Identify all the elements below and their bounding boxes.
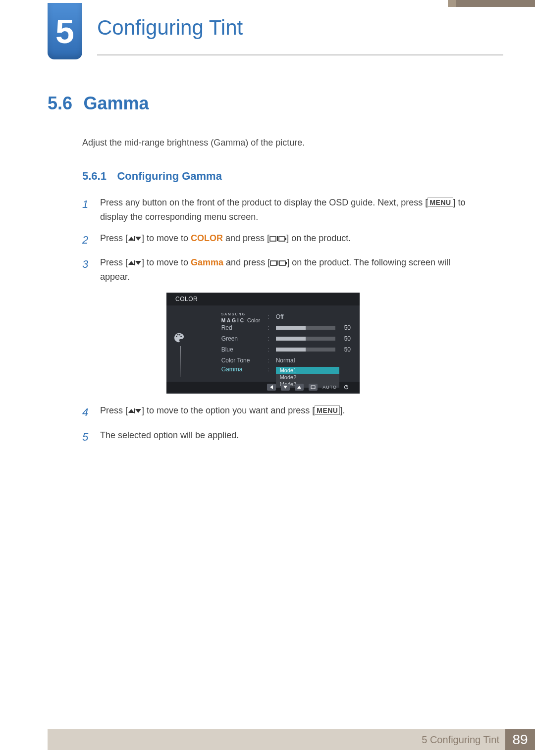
text: Press any button on the front of the pro… bbox=[100, 198, 428, 207]
nav-left-icon bbox=[267, 384, 276, 391]
step-list: 1 Press any button on the front of the p… bbox=[82, 196, 479, 284]
chapter-title: Configuring Tint bbox=[97, 16, 503, 55]
osd-label: Blue bbox=[221, 346, 264, 353]
osd-label-selected: Gamma bbox=[221, 366, 264, 373]
osd-row-blue: Blue: 50 bbox=[221, 344, 351, 355]
svg-marker-0 bbox=[128, 237, 134, 241]
osd-label: Color Tone bbox=[221, 357, 264, 364]
chapter-number-badge: 5 bbox=[48, 3, 82, 59]
nav-enter-icon bbox=[309, 384, 318, 391]
osd-value: Off bbox=[276, 313, 284, 320]
step-5: 5 The selected option will be applied. bbox=[82, 428, 479, 446]
subsection-number: 5.6.1 bbox=[82, 170, 115, 183]
osd-label: Red bbox=[221, 324, 264, 331]
subsection-title: Configuring Gamma bbox=[117, 170, 221, 182]
text: Press [ bbox=[100, 233, 128, 243]
osd-row-gamma: Gamma: Mode1 Mode2 Mode3 bbox=[221, 366, 351, 377]
osd-value: Normal bbox=[276, 357, 295, 364]
svg-rect-11 bbox=[277, 260, 278, 265]
up-down-icon bbox=[128, 405, 142, 415]
svg-marker-15 bbox=[283, 386, 287, 389]
section-intro: Adjust the mid-range brightness (Gamma) … bbox=[82, 138, 479, 148]
step-text: Press [] to move to Gamma and press [] o… bbox=[100, 255, 479, 284]
slider-value: 50 bbox=[344, 324, 351, 331]
osd-screenshot: COLOR SAMSUNG MAGICColor : Off Red: bbox=[166, 293, 360, 394]
svg-rect-19 bbox=[346, 385, 346, 387]
svg-rect-8 bbox=[134, 260, 135, 265]
menu-button-label: MENU bbox=[428, 198, 453, 207]
text: and press [ bbox=[223, 257, 270, 267]
svg-rect-21 bbox=[134, 408, 135, 413]
slider-bar bbox=[276, 326, 335, 330]
step-number: 3 bbox=[82, 255, 91, 284]
svg-marker-14 bbox=[270, 385, 273, 389]
gamma-option-selected: Mode1 bbox=[276, 367, 339, 374]
section-title: Gamma bbox=[83, 93, 149, 113]
page-number-badge: 89 bbox=[505, 729, 535, 750]
step-text: Press any button on the front of the pro… bbox=[100, 196, 479, 224]
footer-text: 5 Configuring Tint bbox=[422, 734, 499, 746]
svg-marker-22 bbox=[135, 409, 141, 413]
nav-down-icon bbox=[281, 384, 290, 391]
svg-rect-12 bbox=[279, 261, 285, 265]
svg-marker-9 bbox=[135, 261, 141, 265]
osd-decoration-line bbox=[180, 346, 181, 377]
svg-marker-7 bbox=[128, 261, 134, 265]
svg-marker-2 bbox=[135, 237, 141, 241]
svg-rect-17 bbox=[311, 386, 315, 389]
keyword-color: COLOR bbox=[191, 233, 223, 243]
up-down-icon bbox=[128, 257, 142, 267]
osd-row-magic-color: SAMSUNG MAGICColor : Off bbox=[221, 311, 351, 322]
page-footer: 5 Configuring Tint 89 bbox=[0, 729, 535, 756]
svg-rect-5 bbox=[279, 237, 285, 241]
section-heading: 5.6 Gamma bbox=[48, 93, 479, 114]
magic-suffix: Color bbox=[247, 317, 260, 323]
svg-marker-20 bbox=[128, 409, 134, 413]
osd-title: COLOR bbox=[166, 293, 360, 305]
slider-bar bbox=[276, 348, 335, 352]
chapter-header: 5 Configuring Tint bbox=[0, 0, 535, 64]
step-list-continued: 4 Press [] to move to the option you wan… bbox=[82, 403, 479, 445]
step-number: 5 bbox=[82, 428, 91, 446]
subsection-heading: 5.6.1 Configuring Gamma bbox=[82, 170, 479, 183]
text: Press [ bbox=[100, 405, 128, 415]
step-4: 4 Press [] to move to the option you wan… bbox=[82, 403, 479, 421]
section-number: 5.6 bbox=[48, 93, 81, 114]
power-icon bbox=[342, 384, 351, 391]
step-number: 4 bbox=[82, 403, 91, 421]
svg-rect-3 bbox=[270, 237, 276, 241]
step-3: 3 Press [] to move to Gamma and press []… bbox=[82, 255, 479, 284]
gamma-option: Mode2 bbox=[276, 374, 339, 381]
auto-label: AUTO bbox=[322, 385, 337, 390]
step-2: 2 Press [] to move to COLOR and press []… bbox=[82, 231, 479, 249]
slider-value: 50 bbox=[344, 335, 351, 342]
step-text: Press [] to move to the option you want … bbox=[100, 403, 479, 421]
step-text: Press [] to move to COLOR and press [] o… bbox=[100, 231, 479, 249]
text: ] to move to bbox=[142, 233, 191, 243]
enter-source-icon bbox=[269, 233, 286, 243]
keyword-gamma: Gamma bbox=[191, 257, 223, 267]
magic-top: SAMSUNG bbox=[221, 312, 246, 316]
text: ] on the product. bbox=[286, 233, 351, 243]
step-text: The selected option will be applied. bbox=[100, 428, 479, 446]
osd-label: Green bbox=[221, 335, 264, 342]
text: ] to move to bbox=[142, 257, 191, 267]
nav-up-icon bbox=[295, 384, 304, 391]
text: Press [ bbox=[100, 257, 128, 267]
svg-rect-4 bbox=[277, 236, 278, 241]
text: and press [ bbox=[223, 233, 269, 243]
osd-row-green: Green: 50 bbox=[221, 333, 351, 344]
menu-button-label: MENU bbox=[315, 405, 340, 415]
osd-row-red: Red: 50 bbox=[221, 322, 351, 333]
step-1: 1 Press any button on the front of the p… bbox=[82, 196, 479, 224]
slider-value: 50 bbox=[344, 346, 351, 353]
svg-marker-16 bbox=[297, 386, 301, 389]
svg-rect-10 bbox=[270, 261, 276, 265]
enter-source-icon bbox=[270, 257, 287, 267]
svg-rect-1 bbox=[134, 236, 135, 241]
up-down-icon bbox=[128, 233, 142, 243]
palette-icon bbox=[173, 332, 184, 343]
step-number: 2 bbox=[82, 231, 91, 249]
osd-row-colortone: Color Tone: Normal bbox=[221, 355, 351, 366]
text: ] to move to the option you want and pre… bbox=[142, 405, 315, 415]
